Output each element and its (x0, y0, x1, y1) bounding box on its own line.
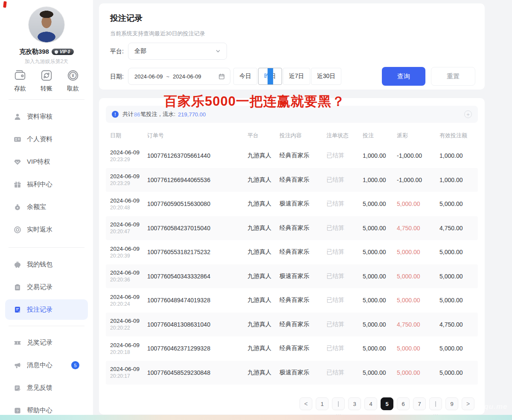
sidebar-item-label: VIP特权 (27, 158, 50, 166)
range-yesterday-button[interactable]: 昨 日 (258, 68, 282, 85)
plus-circle-icon[interactable]: + (464, 110, 472, 118)
reset-button[interactable]: 重置 (431, 67, 475, 86)
summary-amount: 219,770.00 (178, 111, 206, 118)
calendar-icon (218, 73, 225, 80)
next-page-button[interactable]: > (462, 397, 474, 410)
cell-bet-content: 极速百家乐 (279, 369, 326, 377)
transfer-button[interactable]: 转账 (40, 69, 53, 93)
table-row: 2024-06-09 20:20:24 1007760489474019328 … (106, 288, 478, 313)
bet-time: 20:23:29 (110, 156, 147, 162)
feedback-edit-icon (14, 384, 21, 392)
sidebar-item-feedback[interactable]: 意见反馈 (0, 377, 93, 399)
cell-bet-amount: 5,000.00 (363, 369, 397, 376)
table-row: 2024-06-09 20:20:36 1007760540343332864 … (106, 264, 478, 289)
cell-date: 2024-06-09 20:20:24 (106, 294, 147, 307)
cell-bet-amount: 5,000.00 (363, 297, 397, 304)
id-card-icon (14, 136, 21, 143)
cell-platform: 九游真人 (247, 152, 279, 159)
bet-date: 2024-06-09 (110, 197, 147, 204)
cell-payout: 5,000.00 (397, 369, 439, 376)
divider (9, 99, 84, 100)
cell-status: 已结算 (326, 345, 363, 352)
jump-prev-ellipsis-button[interactable]: … (332, 397, 345, 410)
page-button-1[interactable]: 1 (316, 397, 329, 410)
cell-platform: 九游真人 (247, 369, 279, 377)
sidebar-item-betting-records-active[interactable]: 投注记录 (5, 299, 88, 320)
page-button-9[interactable]: 9 (445, 397, 458, 410)
column-header: 平台 (247, 132, 279, 139)
column-header: 投注 (363, 132, 397, 139)
sidebar-item-realtime-rebate[interactable]: 实时返水 (0, 218, 93, 241)
deposit-button[interactable]: 存款 (14, 69, 26, 93)
range-today-button[interactable]: 今日 (233, 68, 257, 85)
cell-payout: 5,000.00 (397, 200, 439, 207)
page-button-5-active[interactable]: 5 (381, 397, 393, 410)
cell-valid-amount: 5,000.00 (439, 297, 478, 304)
page-button-7[interactable]: 7 (413, 397, 426, 410)
cell-payout: 5,000.00 (397, 249, 439, 255)
annotation-overlay-text: 百家乐5000一把连赢就要黑？ (164, 93, 345, 110)
withdraw-label: 取款 (67, 85, 79, 93)
sidebar-item-label: 兑奖记录 (27, 339, 52, 347)
cell-valid-amount: 5,000.00 (439, 249, 478, 255)
page-button-4[interactable]: 4 (364, 397, 377, 410)
bet-time: 20:20:22 (110, 325, 147, 331)
quick-range-buttons: 今日 昨 日 近7日 近30日 (233, 68, 341, 85)
search-button[interactable]: 查询 (382, 67, 425, 86)
sidebar-item-message-center[interactable]: 消息中心 5 (0, 354, 93, 377)
platform-filter-label: 平台: (110, 48, 124, 55)
withdraw-button[interactable]: ¥ 取款 (67, 69, 79, 93)
bet-time: 20:23:29 (110, 180, 147, 186)
table-row: 2024-06-09 20:20:48 1007760590515630080 … (106, 192, 478, 216)
date-separator: ~ (166, 73, 170, 80)
ellipsis-bar (435, 401, 436, 407)
sidebar-item-yuebao[interactable]: 余额宝 (0, 196, 93, 218)
diamond-icon (14, 158, 21, 166)
sidebar-item-my-wallet[interactable]: 我的钱包 (0, 253, 93, 276)
menu-group-account: 资料审核 个人资料 VIP特权 福利中心 余额宝 实时返水 (0, 105, 93, 241)
sidebar-item-transaction-records[interactable]: 交易记录 (0, 276, 93, 298)
cell-order-number: 1007760590515630080 (147, 200, 247, 207)
cell-date: 2024-06-09 20:20:47 (106, 221, 147, 235)
table-row: 2024-06-09 20:20:47 1007760584237015040 … (106, 216, 478, 240)
cell-date: 2024-06-09 20:20:36 (106, 269, 147, 283)
range-7days-button[interactable]: 近7日 (283, 68, 310, 85)
range-30days-button[interactable]: 近30日 (311, 68, 342, 85)
bet-date: 2024-06-09 (110, 149, 147, 156)
jump-next-ellipsis-button[interactable]: … (429, 397, 442, 410)
cell-bet-amount: 5,000.00 (363, 200, 397, 207)
cell-platform: 九游真人 (247, 224, 279, 232)
sidebar-item-personal-info[interactable]: 个人资料 (0, 128, 93, 151)
cell-valid-amount: 5,000.00 (439, 273, 478, 280)
page-button-6[interactable]: 6 (397, 397, 410, 410)
sidebar-item-profile-review[interactable]: 资料审核 (0, 105, 93, 128)
column-header: 日期 (106, 132, 147, 139)
cell-date: 2024-06-09 20:23:29 (106, 149, 147, 162)
bet-date: 2024-06-09 (110, 366, 147, 372)
money-pouch-icon (14, 203, 21, 211)
column-header: 投注内容 (279, 132, 326, 139)
cell-order-number: 1007760462371299328 (147, 345, 247, 352)
platform-select[interactable]: 全部 (128, 43, 227, 60)
sidebar-item-vip-privileges[interactable]: VIP特权 (0, 151, 93, 173)
sidebar-item-label: 个人资料 (27, 135, 52, 143)
text-selection-bar (268, 68, 273, 84)
cell-status: 已结算 (326, 321, 363, 328)
page-button-3[interactable]: 3 (348, 397, 361, 410)
cell-bet-content: 经典百家乐 (279, 345, 326, 352)
cell-payout: -1,000.00 (397, 177, 439, 183)
cell-status: 已结算 (326, 176, 363, 184)
sidebar-item-welfare-center[interactable]: 福利中心 (0, 173, 93, 196)
bet-time: 20:20:48 (110, 205, 147, 211)
cell-payout: 5,000.00 (397, 297, 439, 304)
sidebar-item-prize-records[interactable]: 兑奖记录 (0, 331, 93, 354)
date-range-picker[interactable]: 2024-06-09 ~ 2024-06-09 (128, 68, 230, 85)
cell-date: 2024-06-09 20:20:48 (106, 197, 147, 211)
bet-time: 20:20:24 (110, 301, 147, 307)
prev-page-button[interactable]: < (300, 397, 312, 410)
sidebar-item-label: 资料审核 (27, 113, 52, 121)
bet-record-icon (14, 306, 21, 313)
cell-platform: 九游真人 (247, 200, 279, 208)
cell-order-number: 1007761266944065536 (147, 177, 247, 183)
vip-badge: VIP 0 (52, 49, 74, 55)
